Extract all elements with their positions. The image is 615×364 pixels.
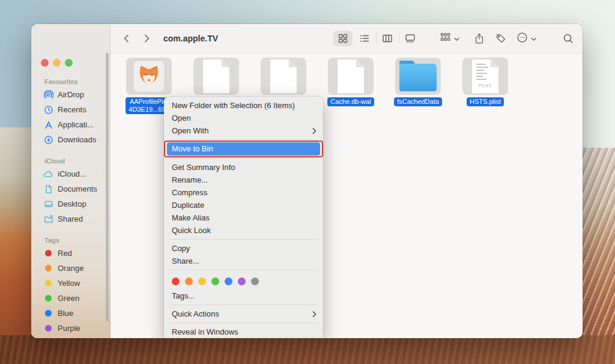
minimize-button[interactable] [53, 59, 61, 67]
gallery-view-button[interactable] [401, 31, 420, 46]
tag-blue-swatch[interactable] [225, 278, 232, 285]
tag-purple-swatch[interactable] [238, 278, 246, 285]
plist-document-icon: PLIST [472, 59, 498, 93]
sidebar-item-recents[interactable]: Recents [31, 102, 110, 117]
sidebar-item-tag-green[interactable]: Green [31, 291, 110, 306]
tag-red-swatch[interactable] [172, 278, 180, 285]
share-button[interactable] [471, 31, 487, 46]
menu-item-copy[interactable]: Copy [164, 242, 323, 255]
menu-item-duplicate[interactable]: Duplicate [164, 199, 323, 211]
cloud-icon [43, 169, 53, 179]
download-icon [43, 135, 53, 145]
file-selection-backdrop [126, 58, 172, 95]
toolbar-divider [376, 33, 377, 44]
menu-item-share[interactable]: Share... [164, 255, 323, 267]
menu-item-move-to-bin[interactable]: Move to Bin [167, 142, 320, 156]
tag-orange-swatch[interactable] [185, 278, 193, 285]
tag-color-icon [43, 263, 53, 273]
submenu-chevron-icon [312, 127, 317, 134]
sidebar-item-label: Yellow [58, 279, 80, 288]
file-selection-backdrop [328, 58, 374, 95]
tag-color-icon [43, 278, 53, 288]
menu-separator [170, 305, 317, 305]
tags-button[interactable] [493, 31, 509, 46]
finder-window: Favourites AirDrop Recents [31, 24, 583, 338]
chevron-down-icon [454, 33, 459, 44]
close-button[interactable] [41, 59, 49, 67]
sidebar-item-label: Purple [58, 324, 80, 333]
menu-item-quick-actions[interactable]: Quick Actions [164, 308, 323, 320]
sidebar-item-tag-blue[interactable]: Blue [31, 306, 110, 321]
file-browser-content: AAProfilePict 4D3E19...690 [111, 53, 583, 338]
sidebar-item-tag-yellow[interactable]: Yellow [31, 276, 110, 291]
group-by-icon [440, 32, 451, 45]
window-title: com.apple.TV [163, 24, 218, 53]
tag-green-swatch[interactable] [211, 278, 219, 285]
menu-item-rename[interactable]: Rename... [164, 174, 323, 186]
tag-grey-swatch[interactable] [251, 278, 259, 285]
sidebar-item-downloads[interactable]: Downloads [31, 132, 110, 147]
sidebar-item-label: Recents [58, 105, 86, 114]
sidebar-item-label: Applicati... [58, 120, 94, 129]
sidebar-item-label: Downloads [58, 135, 96, 144]
sidebar-scrollbar[interactable] [106, 53, 109, 321]
wallpaper-rock-right [580, 148, 615, 364]
menu-item-make-alias[interactable]: Make Alias [164, 211, 323, 224]
sidebar-section-tags: Tags [31, 233, 110, 246]
applications-icon [43, 120, 53, 130]
fox-memoji-image [133, 60, 165, 93]
wallpaper-rock-bottom [0, 335, 615, 364]
file-document-2[interactable] [190, 58, 243, 95]
tag-color-icon [43, 323, 53, 333]
menu-item-quick-look[interactable]: Quick Look [164, 224, 323, 237]
file-document-3[interactable] [257, 58, 310, 95]
submenu-chevron-icon [312, 311, 317, 317]
column-view-button[interactable] [378, 31, 397, 46]
menu-item-tags[interactable]: Tags... [164, 290, 323, 302]
toolbar: com.apple.TV [111, 24, 583, 53]
sidebar-item-tag-red[interactable]: Red [31, 246, 110, 261]
menu-tag-colors-row [164, 273, 323, 290]
sidebar-item-applications[interactable]: Applicati... [31, 117, 110, 132]
more-options-button[interactable] [517, 31, 536, 46]
zoom-button[interactable] [65, 59, 73, 67]
file-name-label: Cache.db-wal [327, 97, 374, 106]
sidebar-item-icloud-drive[interactable]: iCloud... [31, 166, 110, 181]
sidebar-item-tag-purple[interactable]: Purple [31, 321, 110, 336]
context-menu: New Folder with Selection (6 Items) Open… [164, 97, 323, 338]
traffic-lights [41, 59, 73, 67]
tag-yellow-swatch[interactable] [198, 278, 206, 285]
file-fscacheddata[interactable]: fsCachedData [392, 58, 444, 106]
icon-view-button[interactable] [333, 31, 353, 46]
folder-icon [399, 64, 437, 91]
file-name-label: HSTS.plist [467, 97, 504, 106]
menu-item-new-folder-with-selection[interactable]: New Folder with Selection (6 Items) [164, 99, 323, 112]
sidebar-item-tag-orange[interactable]: Orange [31, 261, 110, 276]
file-selection-backdrop [261, 58, 306, 95]
list-view-button[interactable] [355, 31, 374, 46]
group-by-button[interactable] [440, 31, 459, 46]
sidebar-item-label: AirDrop [58, 90, 84, 99]
menu-separator [170, 139, 317, 140]
chevron-down-icon [531, 33, 536, 44]
search-button[interactable] [560, 31, 576, 46]
menu-item-open-with[interactable]: Open With [164, 124, 323, 137]
file-selection-backdrop [395, 58, 441, 95]
file-selection-backdrop: PLIST [462, 58, 508, 95]
file-hsts-plist[interactable]: PLIST HSTS.plist [459, 58, 512, 106]
sidebar-item-shared[interactable]: Shared [31, 211, 110, 226]
menu-item-reveal-in-windows[interactable]: Reveal in Windows [164, 326, 323, 338]
back-button[interactable] [120, 31, 134, 46]
file-name-label: fsCachedData [394, 97, 442, 106]
sidebar-item-tag-grey[interactable]: Grey [31, 336, 110, 338]
sidebar-item-documents[interactable]: Documents [31, 181, 110, 196]
file-cache-db-wal[interactable]: Cache.db-wal [324, 58, 377, 106]
forward-button[interactable] [139, 31, 154, 46]
sidebar-item-desktop[interactable]: Desktop [31, 196, 110, 211]
sidebar-item-airdrop[interactable]: AirDrop [31, 87, 110, 102]
sidebar-item-label: Green [58, 294, 79, 303]
menu-item-get-summary-info[interactable]: Get Summary Info [164, 161, 323, 174]
menu-item-open[interactable]: Open [164, 112, 323, 124]
menu-item-compress[interactable]: Compress [164, 186, 323, 199]
wallpaper-rock-left [0, 127, 36, 364]
